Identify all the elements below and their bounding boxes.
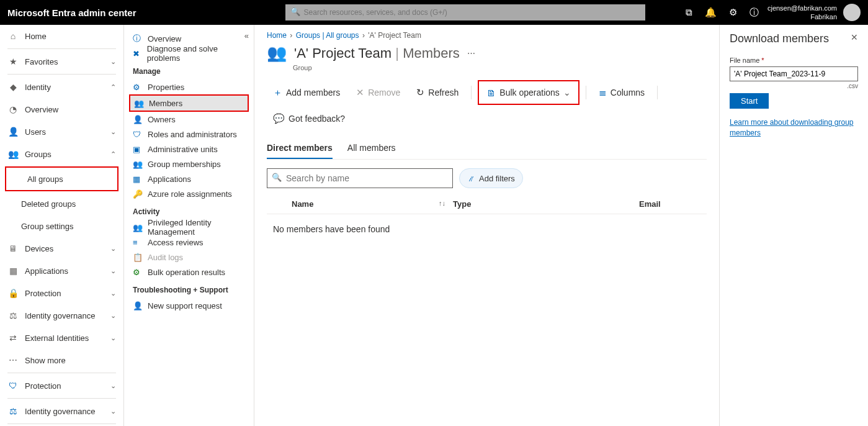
remove-button: ✕Remove <box>350 83 406 102</box>
breadcrumb: Home › Groups | All groups › 'A' Project… <box>267 31 707 40</box>
res-azure-roles[interactable]: 🔑Azure role assignments <box>129 186 249 201</box>
external-icon: ⇄ <box>7 333 19 343</box>
account-info[interactable]: cjensen@fabrikan.com Fabrikan <box>767 4 837 22</box>
help-icon[interactable]: ⓘ <box>749 7 759 19</box>
feedback-button[interactable]: 💬Got feedback? <box>267 109 351 129</box>
res-admin-units[interactable]: ▣Administrative units <box>129 142 249 156</box>
nav-show-more[interactable]: ⋯Show more <box>0 349 123 371</box>
res-audit-logs[interactable]: 📋Audit logs <box>129 250 249 265</box>
audit-icon: 📋 <box>133 253 143 262</box>
col-type[interactable]: Type <box>453 199 471 209</box>
nav-groups[interactable]: 👥Groups⌃ <box>0 143 123 165</box>
nav-id-governance[interactable]: ⚖Identity governance⌄ <box>0 304 123 327</box>
sort-icon[interactable]: ↑↓ <box>439 199 445 209</box>
col-name[interactable]: Name <box>292 199 313 209</box>
highlight-members: 👥Members <box>129 94 249 112</box>
info-icon: ⓘ <box>133 33 143 44</box>
tabs: Direct members All members <box>267 138 707 160</box>
resource-menu: « ⓘOverview ✖Diagnose and solve problems… <box>124 25 254 426</box>
nav-protection-2[interactable]: 🛡Protection⌄ <box>0 374 123 397</box>
learn-more-link[interactable]: Learn more about downloading group membe… <box>730 117 858 138</box>
columns-button[interactable]: ≣Columns <box>593 83 651 102</box>
res-support[interactable]: 👤New support request <box>129 298 249 313</box>
empty-state: No members have been found <box>267 214 707 244</box>
user-email: cjensen@fabrikan.com <box>767 4 837 12</box>
add-members-button[interactable]: ＋Add members <box>267 83 346 102</box>
nav-all-groups[interactable]: All groups <box>6 168 117 190</box>
governance-icon: ⚖ <box>7 406 19 416</box>
add-filters-button[interactable]: ⫽Add filters <box>459 168 523 188</box>
notifications-icon[interactable]: 🔔 <box>705 7 717 18</box>
res-owners[interactable]: 👤Owners <box>129 112 249 127</box>
res-group-memberships[interactable]: 👥Group memberships <box>129 156 249 171</box>
nav-id-governance-2[interactable]: ⚖Identity governance⌄ <box>0 400 123 422</box>
key-icon: 🔑 <box>133 189 143 199</box>
admin-units-icon: ▣ <box>133 145 143 154</box>
bulk-operations-button[interactable]: 🗎Bulk operations ⌄ <box>480 83 577 102</box>
page-title: 👥 'A' Project Team | Members ⋯ <box>267 43 707 63</box>
res-access-reviews[interactable]: ≡Access reviews <box>129 235 249 250</box>
brand: Microsoft Entra admin center <box>7 7 136 18</box>
columns-icon: ≣ <box>599 87 607 98</box>
diagnose-icon: ✖ <box>133 49 142 58</box>
chevron-down-icon: ⌄ <box>563 88 571 97</box>
owners-icon: 👤 <box>133 115 143 124</box>
close-icon[interactable]: ✕ <box>851 32 858 42</box>
refresh-icon: ↻ <box>416 87 424 98</box>
members-icon: 👥 <box>134 99 144 108</box>
search-icon: 🔍 <box>290 7 300 16</box>
nav-protection[interactable]: 🔒Protection⌄ <box>0 282 123 304</box>
col-email[interactable]: Email <box>639 199 661 209</box>
res-members[interactable]: 👥Members <box>130 96 248 111</box>
chevron-down-icon: ⌄ <box>110 289 116 297</box>
chevron-down-icon: ⌄ <box>110 382 116 390</box>
groups-icon: 👥 <box>7 149 19 159</box>
bulk-icon: ⚙ <box>133 268 143 277</box>
identity-icon: ◆ <box>7 82 19 92</box>
avatar[interactable] <box>843 4 861 21</box>
plus-icon: ＋ <box>273 87 282 99</box>
nav-home[interactable]: ⌂Home <box>0 25 123 47</box>
chevron-down-icon: ⌄ <box>110 267 116 275</box>
nav-favorites[interactable]: ★Favorites⌄ <box>0 50 123 73</box>
tab-all-members[interactable]: All members <box>347 138 396 159</box>
nav-applications[interactable]: ▦Applications⌄ <box>0 260 123 282</box>
file-name-input[interactable] <box>730 66 858 81</box>
tab-direct-members[interactable]: Direct members <box>267 138 333 159</box>
member-search-input[interactable] <box>267 168 453 188</box>
chevron-down-icon: ⌄ <box>110 407 116 415</box>
download-panel: Download members ✕ File name * .csv Star… <box>719 25 868 426</box>
nav-overview[interactable]: ◔Overview <box>0 98 123 120</box>
pim-icon: 👥 <box>133 223 143 232</box>
copilot-icon[interactable]: ⧉ <box>686 7 692 18</box>
nav-identity[interactable]: ◆Identity⌃ <box>0 76 123 98</box>
nav-deleted-groups[interactable]: Deleted groups <box>0 193 123 215</box>
file-extension: .csv <box>730 83 858 89</box>
group-mem-icon: 👥 <box>133 160 143 169</box>
global-search: 🔍 <box>285 4 645 20</box>
star-icon: ★ <box>7 57 19 66</box>
settings-icon[interactable]: ⚙ <box>729 7 737 18</box>
crumb-groups[interactable]: Groups | All groups <box>296 31 359 40</box>
topbar: Microsoft Entra admin center 🔍 ⧉ 🔔 ⚙ ⓘ c… <box>0 0 868 25</box>
nav-group-settings[interactable]: Group settings <box>0 215 123 237</box>
collapse-resource-button[interactable]: « <box>244 31 249 40</box>
title-section: Members <box>403 45 460 61</box>
res-properties[interactable]: ⚙Properties <box>129 79 249 94</box>
start-button[interactable]: Start <box>730 93 769 109</box>
refresh-button[interactable]: ↻Refresh <box>410 83 465 102</box>
home-icon: ⌂ <box>7 31 19 41</box>
left-nav: ⌂Home ★Favorites⌄ ◆Identity⌃ ◔Overview 👤… <box>0 25 124 426</box>
more-icon[interactable]: ⋯ <box>467 48 475 58</box>
crumb-home[interactable]: Home <box>267 31 287 40</box>
nav-external-identities[interactable]: ⇄External Identities⌄ <box>0 327 123 349</box>
chevron-down-icon: ⌄ <box>110 245 116 253</box>
res-pim[interactable]: 👥Privileged Identity Management <box>129 220 249 235</box>
res-bulk-results[interactable]: ⚙Bulk operation results <box>129 265 249 279</box>
global-search-input[interactable] <box>285 4 645 20</box>
res-roles[interactable]: 🛡Roles and administrators <box>129 127 249 142</box>
nav-devices[interactable]: 🖥Devices⌄ <box>0 237 123 260</box>
nav-users[interactable]: 👤Users⌄ <box>0 120 123 143</box>
res-applications[interactable]: ▦Applications <box>129 171 249 186</box>
res-diagnose[interactable]: ✖Diagnose and solve problems <box>129 46 249 61</box>
